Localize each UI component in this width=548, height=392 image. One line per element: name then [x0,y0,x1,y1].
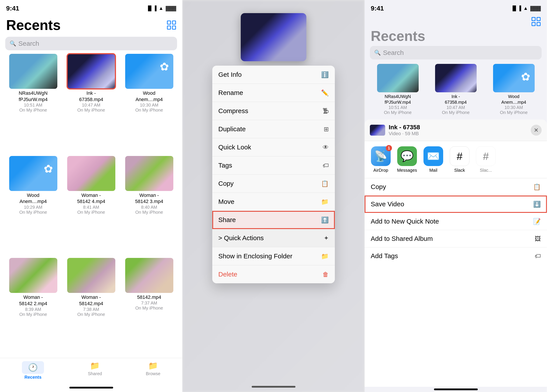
nav-shared[interactable]: 📁 Shared [88,361,102,380]
menu-item-quicklook[interactable]: Quick Look 👁 [212,138,335,156]
grid-cell-4 [172,26,176,29]
grid-cell-r1 [532,17,535,21]
file-thumb-right-wood [493,64,535,92]
tag-action-icon: 🏷 [535,252,541,260]
menu-item-compress[interactable]: Compress 🗜 [212,102,335,120]
slack2-icon-wrap: # [476,146,496,166]
menu-item-getinfo[interactable]: Get Info ℹ️ [212,66,335,84]
file-grid-left: NRas4UWgNfPJ5urW.mp4 10:51 AM On My iPho… [0,54,182,358]
app-label-messages: Messages [397,168,417,173]
file-item-woman1[interactable]: Woman -58142 4.mp4 8:41 AM On My iPhone [63,156,119,256]
folder-icon-move: 📁 [321,198,329,205]
menu-label-quickactions: > Quick Actions [218,234,264,242]
menu-item-duplicate[interactable]: Duplicate ⊞ [212,120,335,138]
action-label-copy: Copy [371,183,386,190]
file-item-woman5[interactable]: 58142.mp4 7:37 AM On My iPhone [121,258,177,358]
menu-item-delete[interactable]: Delete 🗑 [212,265,335,283]
slack-icon-wrap: # [450,146,470,166]
file-item-nras[interactable]: NRas4UWgNfPJ5urW.mp4 10:51 AM On My iPho… [5,54,61,154]
file-thumb-wood2 [9,156,57,191]
recents-icon: 🕐 [28,363,38,372]
share-action-sharedalbum[interactable]: Add to Shared Album 🖼 [365,230,547,247]
file-thumb-woman4 [67,258,115,293]
menu-item-showfolder[interactable]: Show in Enclosing Folder 📁 [212,247,335,265]
action-label-sharedalbum: Add to Shared Album [371,235,433,242]
menu-label-copy: Copy [218,180,234,187]
file-thumb-right-nras [377,64,419,92]
share-sheet-header: Ink - 67358 Video · 59 MB ✕ [365,119,547,141]
share-action-copy[interactable]: Copy 📋 [365,178,547,196]
app-item-airdrop[interactable]: 📡 1 AirDrop [370,146,392,173]
file-item-woman3[interactable]: Woman -58142 2.mp4 8:39 AM On My iPhone [5,258,61,358]
app-item-slack[interactable]: # Slack [449,146,470,173]
folder-icon-enclosing: 📁 [321,253,329,260]
file-loc-wood2: On My iPhone [19,210,47,215]
menu-item-quickactions[interactable]: > Quick Actions ✦ [212,229,335,247]
nav-recents[interactable]: 🕐 Recents [22,361,44,380]
file-item-right-wood[interactable]: WoodAnem....mp4 10:30 AM On My iPhone [486,64,542,115]
share-action-quicknote[interactable]: Add to New Quick Note 📝 [365,213,547,230]
file-item-wood1[interactable]: WoodAnem....mp4 10:30 AM On My iPhone [121,54,177,154]
grid-view-button-right[interactable] [532,17,541,26]
mail-icon: ✉️ [427,150,440,162]
app-label-slack2: Slac... [480,168,492,173]
file-time-right-nras: 10:51 AM [388,105,407,110]
menu-item-share[interactable]: Share ⬆️ [212,211,335,229]
file-item-ink[interactable]: Ink -67358.mp4 10:47 AM On My iPhone [63,54,119,154]
app-item-mail[interactable]: ✉️ Mail [422,146,444,173]
file-item-right-ink[interactable]: Ink -67358.mp4 10:47 AM On My iPhone [428,64,484,115]
left-panel: 9:41 ▐▌▐ ▲ ▓▓▓ Recents 🔍 Search NRas4UWg… [0,0,182,392]
search-bar-right[interactable]: 🔍 Search [370,46,542,59]
search-bar-left[interactable]: 🔍 Search [5,37,177,50]
signal-icon: ▐▌▐ [146,6,157,11]
info-icon: ℹ️ [321,71,329,78]
app-label-airdrop: AirDrop [373,168,388,173]
app-item-slack2[interactable]: # Slac... [475,146,497,173]
status-time-left: 9:41 [6,5,19,12]
menu-item-rename[interactable]: Rename ✏️ [212,84,335,102]
search-icon-right: 🔍 [374,50,381,56]
album-icon: 🖼 [535,235,541,242]
eye-icon: 👁 [323,144,329,151]
file-loc-woman1: On My iPhone [77,210,105,215]
trash-icon: 🗑 [323,271,329,278]
menu-item-copy[interactable]: Copy 📋 [212,175,335,193]
share-apps-row: 📡 1 AirDrop 💬 Messages ✉️ Mail [365,141,547,178]
grid-view-button[interactable] [167,21,176,30]
app-item-messages[interactable]: 💬 Messages [396,146,418,173]
share-close-button[interactable]: ✕ [531,125,542,136]
file-item-right-nras[interactable]: NRas4UWgNfPJ5urW.mp4 10:51 AM On My iPho… [370,64,426,115]
file-loc-wood1: On My iPhone [135,108,163,113]
grid-cell-2 [172,21,176,25]
status-icons-right: ▐▌▐ ▲ ▓▓▓ [511,6,541,11]
airdrop-icon: 📡 [374,150,387,162]
slack2-icon: # [483,150,489,162]
nav-browse[interactable]: 📁 Browse [146,361,160,380]
right-panel: 9:41 ▐▌▐ ▲ ▓▓▓ Recents 🔍 Search NRas4UWg… [365,0,547,392]
share-action-savevideo[interactable]: Save Video ⬇️ [365,196,547,213]
copy-icon: 📋 [321,180,329,187]
grid-cell-r4 [537,22,541,26]
share-action-addtags[interactable]: Add Tags 🏷 [365,247,547,265]
file-item-woman4[interactable]: Woman -58142.mp4 7:38 AM On My iPhone [63,258,119,358]
download-icon: ⬇️ [533,201,541,208]
share-icon: ⬆️ [321,216,329,224]
share-info: Ink - 67358 Video · 59 MB [389,124,527,137]
pencil-icon: ✏️ [321,89,329,97]
mail-icon-wrap: ✉️ [423,146,443,166]
home-indicator-middle [252,386,295,388]
bottom-nav-left: 🕐 Recents 📁 Shared 📁 Browse [0,358,182,385]
note-icon: 📝 [533,218,541,225]
file-item-woman2[interactable]: Woman -58142 3.mp4 8:40 AM On My iPhone [121,156,177,256]
action-label-quicknote: Add to New Quick Note [371,218,439,225]
page-title-left: Recents [6,17,61,33]
header-right [365,15,547,28]
menu-item-tags[interactable]: Tags 🏷 [212,156,335,175]
context-overlay: Get Info ℹ️ Rename ✏️ Compress 🗜 Duplica… [182,0,365,392]
copy-action-icon: 📋 [533,183,541,190]
menu-item-move[interactable]: Move 📁 [212,193,335,211]
file-item-wood2[interactable]: WoodAnem....mp4 10:29 AM On My iPhone [5,156,61,256]
share-thumb [370,125,385,136]
file-name-nras: NRas4UWgNfPJ5urW.mp4 [19,90,48,103]
file-loc-woman2: On My iPhone [135,210,163,215]
